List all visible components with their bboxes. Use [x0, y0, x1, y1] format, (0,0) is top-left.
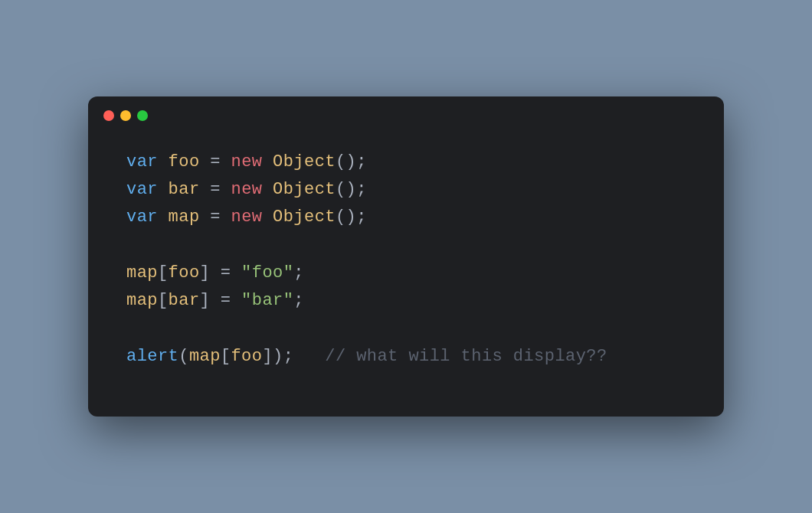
titlebar: [88, 96, 724, 133]
maximize-button[interactable]: [137, 110, 148, 121]
blank-line-1: [126, 232, 693, 260]
code-line-5: map[foo] = "foo";: [126, 260, 693, 287]
code-editor: var foo = new Object(); var bar = new Ob…: [88, 133, 724, 386]
code-line-6: map[bar] = "bar";: [126, 287, 693, 315]
close-button[interactable]: [103, 110, 114, 121]
code-line-2: var bar = new Object();: [126, 176, 693, 204]
code-line-3: var map = new Object();: [126, 204, 693, 231]
code-line-1: var foo = new Object();: [126, 149, 693, 176]
code-window: var foo = new Object(); var bar = new Ob…: [88, 96, 724, 417]
blank-line-2: [126, 315, 693, 343]
code-line-8: alert(map[foo]); // what will this displ…: [126, 343, 693, 371]
minimize-button[interactable]: [120, 110, 131, 121]
